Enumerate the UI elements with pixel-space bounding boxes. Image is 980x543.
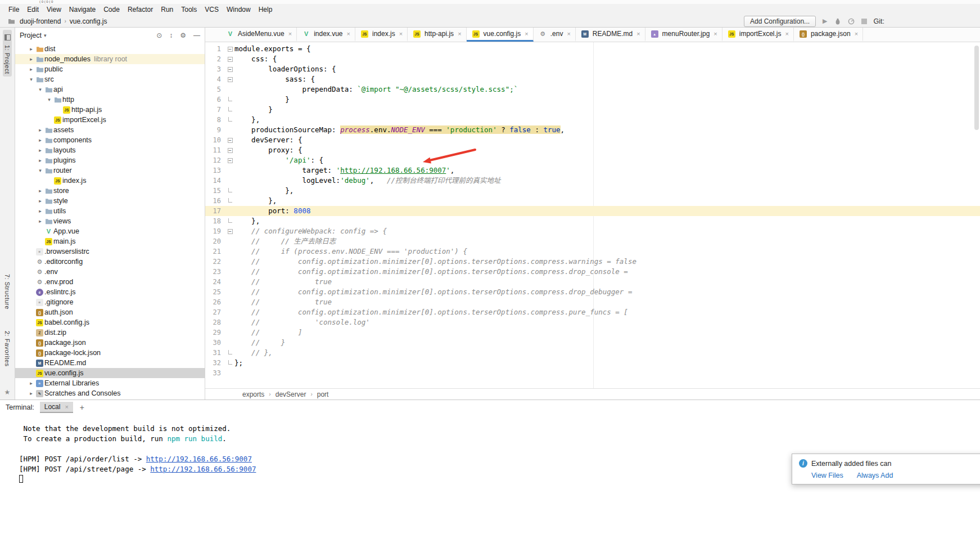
code-line-18[interactable]: 18 }, <box>205 216 980 226</box>
code-line-31[interactable]: 31 // }, <box>205 348 980 358</box>
fold-collapse-icon[interactable]: − <box>228 229 233 234</box>
locate-file-icon[interactable]: ⊙ <box>156 32 162 39</box>
editor-breadcrumb-port[interactable]: port <box>317 391 329 398</box>
editor-tab-index-vue[interactable]: Vindex.vue× <box>297 28 355 42</box>
code-line-14[interactable]: 14 logLevel:'debug', //控制台终端打印代理前的真实地址 <box>205 176 980 186</box>
close-tab-icon[interactable]: × <box>785 30 788 37</box>
editor-tab-readme-md[interactable]: MREADME.md× <box>576 28 645 42</box>
code-line-9[interactable]: 9 productionSourceMap: process.env.NODE_… <box>205 125 980 135</box>
chevron-right-icon[interactable]: ▸ <box>37 127 44 133</box>
chevron-right-icon[interactable]: ▸ <box>37 158 44 163</box>
code-line-16[interactable]: 16 }, <box>205 196 980 206</box>
tree-item-vue-config-js[interactable]: JSvue.config.js <box>15 368 205 378</box>
editor-breadcrumb-exports[interactable]: exports <box>242 391 264 398</box>
code-line-7[interactable]: 7 } <box>205 105 980 115</box>
menu-code[interactable]: Code <box>100 5 124 15</box>
terminal-url-link[interactable]: http://192.168.66.56:9007 <box>150 465 256 473</box>
notification-link-view-files[interactable]: View Files <box>811 472 843 479</box>
tree-item-editorconfig[interactable]: ⚙.editorconfig <box>15 257 205 267</box>
breadcrumb-project[interactable]: duoji-frontend <box>20 17 61 25</box>
tree-item-dist[interactable]: ▸dist <box>15 44 205 54</box>
tree-item-package-json[interactable]: {}package.json <box>15 338 205 348</box>
tree-item-layouts[interactable]: ▸layouts <box>15 145 205 155</box>
tree-item-dist-zip[interactable]: Zdist.zip <box>15 327 205 338</box>
chevron-right-icon[interactable]: ▸ <box>28 380 35 386</box>
git-branch-label[interactable]: Git: <box>874 17 884 25</box>
new-terminal-icon[interactable]: + <box>80 403 84 412</box>
code-line-29[interactable]: 29 // ] <box>205 327 980 338</box>
tree-item-browserslistrc[interactable]: ≡.browserslistrc <box>15 246 205 257</box>
tree-item-plugins[interactable]: ▸plugins <box>15 155 205 165</box>
editor-tab-env[interactable]: ⚙.env× <box>534 28 576 42</box>
tree-item-auth-json[interactable]: {}auth.json <box>15 307 205 317</box>
terminal-url-link[interactable]: http://192.168.66.56:9007 <box>146 455 252 463</box>
close-tab-icon[interactable]: × <box>458 30 461 37</box>
fold-collapse-icon[interactable]: − <box>228 148 233 153</box>
tree-item-package-lock-json[interactable]: {}package-lock.json <box>15 348 205 358</box>
code-line-12[interactable]: 12− '/api': { <box>205 155 980 165</box>
tree-item-babel-config-js[interactable]: JSbabel.config.js <box>15 317 205 327</box>
editor-tab-index-js[interactable]: JSindex.js× <box>355 28 408 42</box>
code-line-30[interactable]: 30 // } <box>205 338 980 348</box>
close-tab-icon[interactable]: × <box>567 30 570 37</box>
tree-item-env-prod[interactable]: ⚙.env.prod <box>15 277 205 287</box>
profiler-icon[interactable] <box>848 18 855 25</box>
menu-help[interactable]: Help <box>255 5 277 15</box>
fold-collapse-icon[interactable]: − <box>228 67 233 72</box>
add-configuration-button[interactable]: Add Configuration... <box>744 16 816 27</box>
code-line-6[interactable]: 6 } <box>205 95 980 105</box>
close-terminal-tab-icon[interactable]: × <box>65 403 68 410</box>
tree-item-app-vue[interactable]: VApp.vue <box>15 226 205 236</box>
project-panel-title[interactable]: Project <box>20 32 42 39</box>
favorites-star-icon[interactable]: ★ <box>4 388 11 396</box>
menu-window[interactable]: Window <box>223 5 255 15</box>
hide-panel-icon[interactable]: — <box>193 32 200 39</box>
tree-item-api[interactable]: ▾api <box>15 84 205 95</box>
close-tab-icon[interactable]: × <box>713 30 717 37</box>
chevron-right-icon[interactable]: ▸ <box>28 391 35 396</box>
editor-tab-package-json[interactable]: {}package.json× <box>794 28 863 42</box>
settings-gear-icon[interactable]: ⚙ <box>180 32 186 39</box>
menu-view[interactable]: View <box>43 5 65 15</box>
code-editor[interactable]: 1−module.exports = {2− css: {3− loaderOp… <box>205 42 980 388</box>
close-tab-icon[interactable]: × <box>347 30 350 37</box>
tree-item-external-libraries[interactable]: ▸≡External Libraries <box>15 378 205 388</box>
fold-collapse-icon[interactable]: − <box>228 138 233 143</box>
tree-item-http[interactable]: ▾http <box>15 95 205 105</box>
editor-tab-importexcel-js[interactable]: JSimportExcel.js× <box>722 28 794 42</box>
code-line-3[interactable]: 3− loaderOptions: { <box>205 64 980 74</box>
tool-stripe-project-button[interactable]: 1: Project <box>3 30 12 77</box>
menu-edit[interactable]: Edit <box>23 5 43 15</box>
tree-item-index-js[interactable]: JSindex.js <box>15 176 205 186</box>
fold-collapse-icon[interactable]: − <box>228 158 233 163</box>
tree-item-importexcel-js[interactable]: JSimportExcel.js <box>15 115 205 125</box>
tree-item-http-api-js[interactable]: JShttp-api.js <box>15 105 205 115</box>
editor-tab-menurouter-jpg[interactable]: ▴menuRouter.jpg× <box>645 28 722 42</box>
code-line-4[interactable]: 4− sass: { <box>205 74 980 84</box>
code-line-10[interactable]: 10− devServer: { <box>205 135 980 145</box>
terminal-tab-local[interactable]: Local × <box>40 402 73 413</box>
menu-run[interactable]: Run <box>157 5 177 15</box>
collapse-all-icon[interactable]: ↕ <box>169 32 173 39</box>
code-line-33[interactable]: 33 <box>205 368 980 378</box>
code-line-23[interactable]: 23 // config.optimization.minimizer[0].o… <box>205 267 980 277</box>
code-line-25[interactable]: 25 // config.optimization.minimizer[0].o… <box>205 287 980 297</box>
tree-item-gitignore[interactable]: ≡.gitignore <box>15 297 205 307</box>
tree-item-eslintrc-js[interactable]: e.eslintrc.js <box>15 287 205 297</box>
chevron-right-icon[interactable]: ▸ <box>28 46 35 52</box>
close-tab-icon[interactable]: × <box>636 30 640 37</box>
chevron-down-icon[interactable]: ▾ <box>37 168 44 173</box>
menu-vcs[interactable]: VCS <box>201 5 223 15</box>
chevron-down-icon[interactable]: ▾ <box>37 87 44 92</box>
chevron-right-icon[interactable]: ▸ <box>37 218 44 224</box>
tree-item-utils[interactable]: ▸utils <box>15 206 205 216</box>
code-line-13[interactable]: 13 target: 'http://192.168.66.56:9007', <box>205 165 980 176</box>
fold-collapse-icon[interactable]: − <box>228 47 233 52</box>
tree-item-main-js[interactable]: JSmain.js <box>15 236 205 246</box>
editor-tab-asidemenu-vue[interactable]: VAsideMenu.vue× <box>221 28 297 42</box>
chevron-right-icon[interactable]: ▸ <box>37 198 44 204</box>
chevron-down-icon[interactable]: ▾ <box>44 33 47 38</box>
code-line-24[interactable]: 24 // true <box>205 277 980 287</box>
tree-item-components[interactable]: ▸components <box>15 135 205 145</box>
fold-collapse-icon[interactable]: − <box>228 77 233 82</box>
